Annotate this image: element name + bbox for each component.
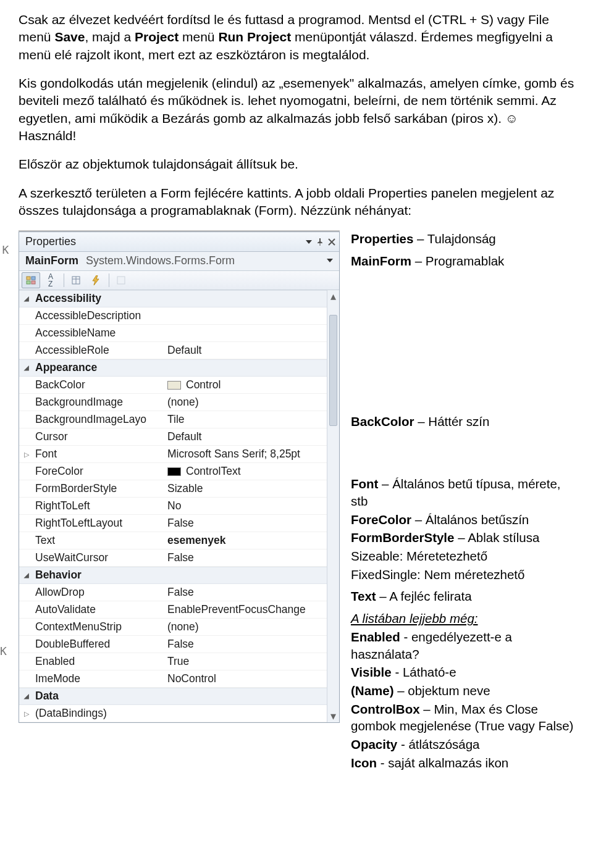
scroll-down-icon[interactable]: ▾ [327, 710, 339, 722]
property-value[interactable]: No [164, 499, 339, 514]
collapse-icon[interactable] [19, 692, 34, 701]
collapse-icon[interactable] [19, 364, 34, 372]
property-row[interactable]: ForeColorControlText [19, 463, 339, 480]
ann-name: (Name) [351, 683, 394, 698]
chevron-down-icon[interactable] [327, 259, 333, 262]
scroll-thumb[interactable] [329, 315, 337, 426]
left-gutter-char: K [0, 243, 11, 254]
property-row[interactable]: BackColorControl [19, 377, 339, 394]
property-value[interactable]: (none) [164, 395, 339, 410]
pin-icon[interactable] [316, 238, 324, 246]
properties-panel: Properties MainForm System.Windows.Forms… [19, 232, 340, 723]
panel-titlebar[interactable]: Properties [19, 232, 339, 251]
ann-visible: Visible [351, 665, 392, 679]
categorized-button[interactable] [22, 272, 40, 288]
property-value[interactable]: Default [164, 343, 339, 358]
close-icon[interactable] [328, 238, 335, 246]
property-row[interactable]: RightToLeftNo [19, 498, 339, 515]
category-row[interactable]: Behavior [19, 567, 339, 584]
property-row[interactable]: CursorDefault [19, 428, 339, 446]
text: – objektum neve [394, 683, 490, 698]
ann-icon: Icon [351, 756, 377, 770]
ann-text: Text [351, 589, 376, 603]
text: – Ablak stílusa [454, 530, 539, 545]
collapse-icon[interactable] [19, 294, 34, 303]
expand-placeholder [19, 449, 34, 460]
annotation-column: Properties – Tulajdonság MainForm – Prog… [351, 230, 574, 772]
property-value[interactable]: Tile [164, 412, 339, 427]
ann-enabled: Enabled [351, 630, 400, 644]
ann-properties: Properties [351, 232, 413, 246]
property-row[interactable]: DoubleBufferedFalse [19, 636, 339, 653]
property-row[interactable]: FontMicrosoft Sans Serif; 8,25pt [19, 446, 339, 463]
paragraph-1: Csak az élvezet kedvéért fordítsd le és … [19, 11, 574, 64]
property-value[interactable]: False [164, 637, 339, 652]
ann-forecolor: ForeColor [351, 512, 411, 527]
paragraph-4: A szerkesztő területen a Form fejlécére … [19, 185, 574, 220]
property-name: AutoValidate [34, 603, 164, 617]
property-value[interactable]: False [164, 551, 339, 565]
expand-icon[interactable] [24, 708, 29, 719]
category-row[interactable]: Appearance [19, 359, 339, 377]
property-value[interactable]: Default [164, 430, 339, 444]
property-row[interactable]: FormBorderStyleSizable [19, 480, 339, 498]
events-button[interactable] [86, 272, 105, 288]
property-value[interactable]: ControlText [164, 464, 339, 479]
property-pages-button[interactable] [112, 272, 130, 288]
svg-rect-0 [27, 277, 30, 280]
property-row[interactable]: ImeModeNoControl [19, 670, 339, 688]
property-grid[interactable]: AccessibilityAccessibleDescriptionAccess… [19, 290, 339, 722]
paragraph-2: Kis gondolkodás után megjelenik (elindul… [19, 75, 574, 144]
object-selector[interactable]: MainForm System.Windows.Forms.Form [19, 252, 339, 271]
paragraph-3: Először az objektumok tulajdonságait áll… [19, 156, 574, 173]
category-row[interactable]: Data [19, 688, 339, 705]
property-row[interactable]: BackgroundImageLayoTile [19, 411, 339, 428]
scroll-track[interactable] [327, 303, 339, 710]
expand-icon[interactable] [24, 449, 29, 460]
collapse-icon[interactable] [19, 571, 34, 580]
category-row[interactable]: Accessibility [19, 290, 339, 307]
property-name: Enabled [34, 654, 164, 669]
property-row[interactable]: AccessibleRoleDefault [19, 342, 339, 359]
text: – Általános betű típusa, mérete, stb [351, 477, 561, 508]
property-row[interactable]: AllowDropFalse [19, 584, 339, 601]
property-value[interactable]: True [164, 654, 339, 669]
vertical-scrollbar[interactable]: ▴ ▾ [327, 290, 339, 722]
property-value[interactable]: Microsoft Sans Serif; 8,25pt [164, 447, 339, 462]
property-row[interactable]: AccessibleDescription [19, 307, 339, 325]
properties-button[interactable] [67, 272, 85, 288]
property-value[interactable]: esemenyek [164, 533, 339, 548]
property-row[interactable]: RightToLeftLayoutFalse [19, 515, 339, 532]
property-row[interactable]: AutoValidateEnablePreventFocusChange [19, 601, 339, 619]
property-value[interactable]: EnablePreventFocusChange [164, 603, 339, 617]
property-value[interactable]: Control [164, 378, 339, 393]
property-name: AccessibleDescription [34, 309, 164, 323]
property-value[interactable]: False [164, 516, 339, 531]
dropdown-icon[interactable] [306, 240, 312, 244]
property-row[interactable]: UseWaitCursorFalse [19, 549, 339, 567]
property-row[interactable]: ContextMenuStrip(none) [19, 619, 339, 636]
property-value[interactable]: False [164, 585, 339, 600]
property-value[interactable]: NoControl [164, 672, 339, 686]
property-row[interactable]: EnabledTrue [19, 653, 339, 670]
property-row[interactable]: Textesemenyek [19, 532, 339, 549]
text: , majd a [85, 30, 135, 44]
property-row[interactable]: BackgroundImage(none) [19, 394, 339, 411]
bold-save: Save [54, 30, 85, 44]
property-name: DoubleBuffered [34, 637, 164, 652]
property-row[interactable]: AccessibleName [19, 325, 339, 342]
text: – Háttér szín [414, 414, 490, 428]
panel-title-label: Properties [25, 234, 76, 249]
scroll-up-icon[interactable]: ▴ [327, 290, 339, 303]
property-value[interactable]: Sizable [164, 482, 339, 496]
property-value[interactable]: (none) [164, 620, 339, 635]
property-row[interactable]: (DataBindings) [19, 705, 339, 722]
ann-fixedsingle: FixedSingle: Nem méretezhető [351, 566, 574, 583]
toolbar-divider [109, 273, 109, 287]
property-name: RightToLeft [34, 499, 164, 514]
category-name: Accessibility [34, 291, 339, 306]
alphabetical-button[interactable]: AZ [41, 272, 60, 288]
property-name: RightToLeftLayout [34, 516, 164, 531]
expand-placeholder [19, 708, 34, 719]
left-gutter-char-2: K [0, 644, 11, 659]
